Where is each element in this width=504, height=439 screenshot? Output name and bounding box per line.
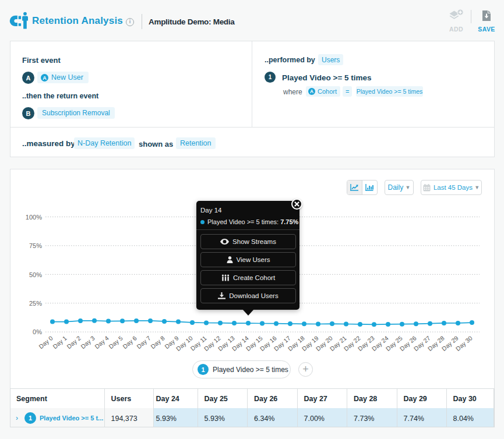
svg-text:A: A (310, 88, 313, 94)
svg-text:A: A (43, 75, 47, 80)
